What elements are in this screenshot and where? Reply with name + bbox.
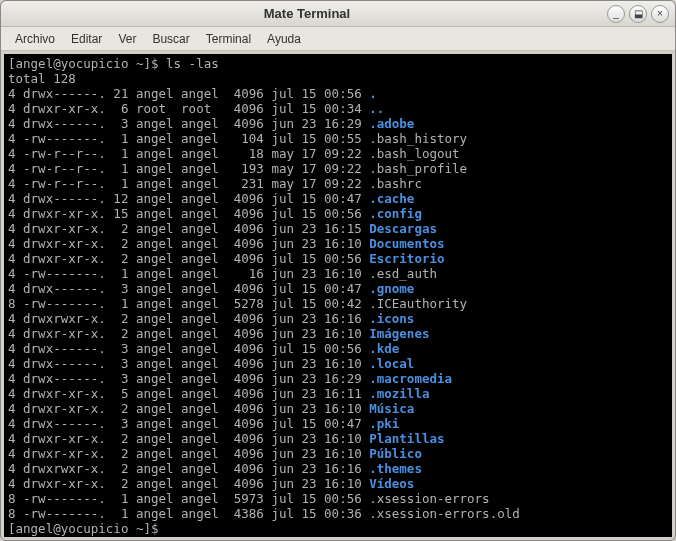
menubar: Archivo Editar Ver Buscar Terminal Ayuda (1, 27, 675, 51)
menu-terminal[interactable]: Terminal (200, 30, 257, 48)
terminal-window: Mate Terminal _ ⬓ × Archivo Editar Ver B… (0, 0, 676, 541)
menu-editar[interactable]: Editar (65, 30, 108, 48)
close-icon: × (657, 8, 663, 19)
menu-ayuda[interactable]: Ayuda (261, 30, 307, 48)
menu-ver[interactable]: Ver (112, 30, 142, 48)
minimize-icon: _ (613, 8, 619, 19)
window-buttons: _ ⬓ × (607, 5, 669, 23)
terminal-output[interactable]: [angel@yocupicio ~]$ ls -las total 128 4… (4, 54, 672, 537)
minimize-button[interactable]: _ (607, 5, 625, 23)
menu-archivo[interactable]: Archivo (9, 30, 61, 48)
titlebar[interactable]: Mate Terminal _ ⬓ × (1, 1, 675, 27)
menu-buscar[interactable]: Buscar (146, 30, 195, 48)
close-button[interactable]: × (651, 5, 669, 23)
window-title: Mate Terminal (7, 6, 607, 21)
terminal-scroll[interactable]: [angel@yocupicio ~]$ ls -las total 128 4… (4, 54, 672, 537)
maximize-icon: ⬓ (634, 8, 643, 19)
maximize-button[interactable]: ⬓ (629, 5, 647, 23)
